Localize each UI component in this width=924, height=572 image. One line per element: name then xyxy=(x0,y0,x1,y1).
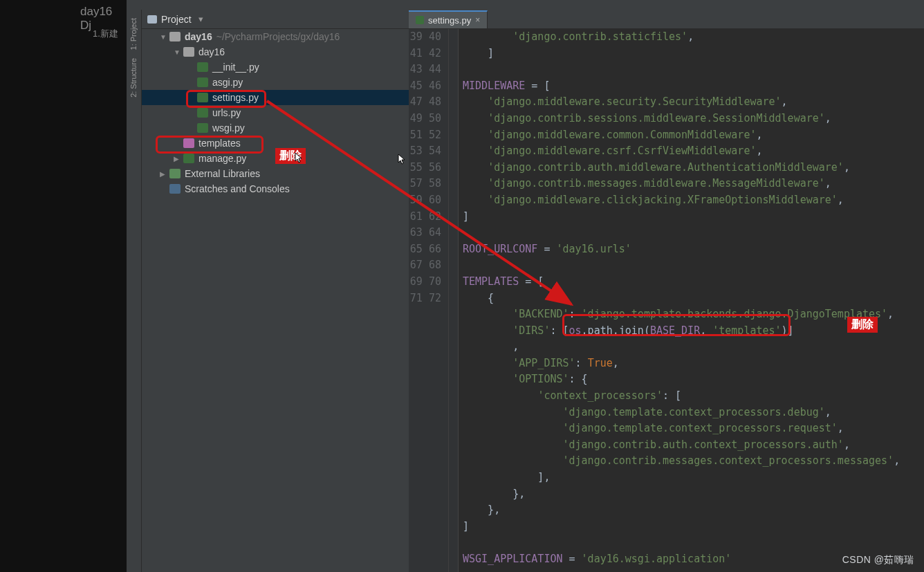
fold-gutter[interactable] xyxy=(449,29,459,572)
close-tab-icon[interactable]: × xyxy=(475,15,480,25)
tab-label: settings.py xyxy=(428,15,471,26)
tree-external-libs[interactable]: ▶ External Libraries xyxy=(142,166,409,181)
tab-settings-py[interactable]: settings.py × xyxy=(409,10,488,28)
tree-file-wsgi[interactable]: wsgi.py xyxy=(142,120,409,136)
ide-window: 1: Project 2: Structure Project ▾ ⊕ ⇵ ⚙ … xyxy=(127,0,924,572)
chevron-down-icon[interactable]: ▾ xyxy=(198,14,203,24)
toolwindow-project-tab[interactable]: 1: Project xyxy=(129,18,138,50)
tree-pkg[interactable]: ▼ day16 xyxy=(142,44,409,59)
code-area[interactable]: 'django.contrib.staticfiles', ] MIDDLEWA… xyxy=(459,29,924,572)
toolwindow-structure-tab[interactable]: 2: Structure xyxy=(129,58,138,98)
tree-scratches[interactable]: ▶ Scratches and Consoles xyxy=(142,181,409,196)
line-number-gutter: 39 40 41 42 43 44 45 46 47 48 49 50 51 5… xyxy=(409,29,449,572)
article-step-1: 1.新建 xyxy=(93,28,118,40)
watermark: CSDN @茹嗨瑞 xyxy=(842,554,914,566)
tree-root-name: day16 xyxy=(185,31,212,42)
project-icon xyxy=(147,15,157,24)
tree-file-asgi[interactable]: asgi.py xyxy=(142,75,409,90)
left-tool-stripe: 1: Project 2: Structure xyxy=(127,10,142,572)
project-title[interactable]: Project xyxy=(161,14,192,25)
annotation-label-2: 删除 xyxy=(847,317,878,333)
tree-file-init[interactable]: __init__.py xyxy=(142,59,409,75)
python-file-icon xyxy=(416,16,424,24)
annotation-label-1: 删除 xyxy=(275,148,306,164)
tree-file-urls[interactable]: urls.py xyxy=(142,105,409,120)
tree-root-path: ~/PycharmProjects/gx/day16 xyxy=(216,31,340,42)
editor-tabbar: settings.py × xyxy=(409,10,924,29)
tree-root[interactable]: ▼ day16 ~/PycharmProjects/gx/day16 xyxy=(142,29,409,44)
project-tree[interactable]: ▼ day16 ~/PycharmProjects/gx/day16 ▼ day… xyxy=(142,29,409,572)
tree-file-settings[interactable]: settings.py xyxy=(142,90,409,105)
background-article: day16 Dj 1.新建 xyxy=(0,0,127,572)
code-editor[interactable]: 39 40 41 42 43 44 45 46 47 48 49 50 51 5… xyxy=(409,29,924,572)
